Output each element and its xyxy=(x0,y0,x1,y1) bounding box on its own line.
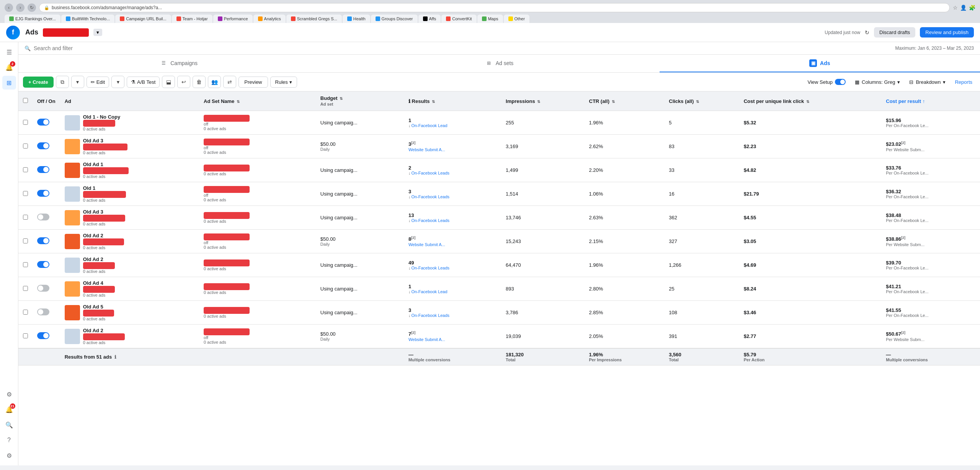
row-checkbox-3[interactable] xyxy=(23,167,28,172)
browser-tab-ejg[interactable]: EJG Rankings Over... xyxy=(5,15,60,23)
row-checkbox-10[interactable] xyxy=(23,333,28,338)
row-toggle-3[interactable] xyxy=(37,166,49,173)
row-toggle-5[interactable] xyxy=(37,214,49,220)
publish-button[interactable]: Review and publish xyxy=(920,27,974,38)
sidebar-icon-help[interactable]: ? xyxy=(2,433,16,447)
extensions-icon[interactable]: 🧩 xyxy=(969,5,975,11)
row-checkbox-2[interactable] xyxy=(23,144,28,149)
sidebar-icon-bell[interactable]: 🔔 2 xyxy=(2,60,16,74)
rules-button[interactable]: Rules ▾ xyxy=(270,77,297,88)
budget-sort-icon[interactable]: ⇅ xyxy=(340,96,343,101)
browser-tab-groups[interactable]: Groups Discover xyxy=(371,15,418,23)
clicks-sort-icon[interactable]: ⇅ xyxy=(696,100,699,104)
budget-value-3: Using campaig... xyxy=(320,167,399,173)
ab-test-button[interactable]: ⚗ A/B Test xyxy=(127,77,160,88)
view-setup-toggle[interactable] xyxy=(835,79,846,85)
columns-button[interactable]: ▦ Columns: Greg ▾ xyxy=(852,78,903,86)
tab-favicon-ejg xyxy=(9,16,14,21)
reload-button[interactable]: ↻ xyxy=(28,3,36,12)
select-all-checkbox[interactable] xyxy=(23,98,28,103)
forward-button[interactable]: › xyxy=(16,3,24,12)
copy-button[interactable]: ⧉ xyxy=(56,76,69,88)
ctr-value-3: 2.20% xyxy=(589,167,603,173)
budget-value-4: Using campaig... xyxy=(320,191,399,197)
sidebar-icon-gear[interactable]: ⚙ xyxy=(2,387,16,401)
adset-status-4: off xyxy=(204,193,311,197)
browser-tab-analytics[interactable]: Analytics xyxy=(253,15,286,23)
row-toggle-1[interactable] xyxy=(37,119,49,126)
discard-button[interactable]: Discard drafts xyxy=(874,27,915,38)
browser-tab-maps[interactable]: Maps xyxy=(477,15,503,23)
row-toggle-9[interactable] xyxy=(37,308,49,315)
ad-name-1: Old 1 - No Copy xyxy=(83,114,121,120)
active-ads-label-9: 0 active ads xyxy=(83,317,114,321)
breakdown-button[interactable]: ⊟ Breakdown ▾ xyxy=(906,78,949,86)
ads-selector-redacted[interactable] xyxy=(43,28,89,37)
browser-tab-affs[interactable]: Affs xyxy=(418,15,441,23)
adset-sort-icon[interactable]: ⇅ xyxy=(237,100,240,104)
row-toggle-8[interactable] xyxy=(37,285,49,292)
ads-dropdown-button[interactable]: ▾ xyxy=(93,29,102,36)
adset-redacted-8 xyxy=(204,283,250,290)
row-toggle-4[interactable] xyxy=(37,190,49,197)
search-input[interactable] xyxy=(34,45,892,51)
browser-tab-convertkit[interactable]: ConvertKit xyxy=(441,15,476,23)
copy-dropdown-button[interactable]: ▾ xyxy=(71,76,84,88)
edit-dropdown-button[interactable]: ▾ xyxy=(111,76,124,88)
budget-sub-2: Daily xyxy=(320,147,399,152)
delete-button[interactable]: 🗑 xyxy=(193,76,206,88)
browser-tab-performance[interactable]: Performance xyxy=(213,15,253,23)
reports-link[interactable]: Reports xyxy=(952,78,975,86)
clicks-value-1: 5 xyxy=(669,120,671,126)
ctr-sort-icon[interactable]: ⇅ xyxy=(612,100,615,104)
row-checkbox-1[interactable] xyxy=(23,120,28,125)
row-checkbox-7[interactable] xyxy=(23,262,28,267)
row-toggle-6[interactable] xyxy=(37,237,49,244)
row-checkbox-5[interactable] xyxy=(23,215,28,220)
back-button[interactable]: ‹ xyxy=(5,3,13,12)
url-bar[interactable]: 🔒 business.facebook.com/adsmanager/manag… xyxy=(39,3,950,12)
view-tab-campaigns[interactable]: ☰Campaigns xyxy=(18,55,339,72)
sidebar-icon-menu[interactable]: ☰ xyxy=(2,45,16,59)
undo-button[interactable]: ↩ xyxy=(177,76,190,88)
create-button[interactable]: + Create xyxy=(23,77,54,88)
row-toggle-10[interactable] xyxy=(37,332,49,339)
people-button[interactable]: 👥 xyxy=(208,76,221,88)
browser-tab-scrambled[interactable]: Scrambled Gregs S... xyxy=(286,15,342,23)
budget-value-2: $50.00 xyxy=(320,141,399,147)
row-checkbox-9[interactable] xyxy=(23,310,28,315)
sidebar-icon-settings[interactable]: ⚙ xyxy=(2,449,16,462)
edit-button[interactable]: ✏ Edit xyxy=(87,77,109,88)
browser-tab-health[interactable]: Health xyxy=(343,15,370,23)
preview-button[interactable]: Preview xyxy=(238,77,268,88)
ad-thumbnail-8 xyxy=(65,281,80,297)
row-toggle-2[interactable] xyxy=(37,142,49,149)
profile-icon[interactable]: 👤 xyxy=(960,5,967,11)
results-sort-icon[interactable]: ⇅ xyxy=(432,100,435,104)
refresh-button[interactable]: ↻ xyxy=(865,29,869,36)
footer-info-icon[interactable]: ℹ xyxy=(114,354,116,360)
row-toggle-7[interactable] xyxy=(37,261,49,268)
browser-tab-hotjar[interactable]: Team - Hotjar xyxy=(172,15,212,23)
cpulc-sort-icon[interactable]: ⇅ xyxy=(806,100,809,104)
archive-button[interactable]: ⬓ xyxy=(162,76,175,88)
impressions-value-4: 1,514 xyxy=(506,191,518,197)
browser-tab-builtwith[interactable]: BuiltWith Technolo... xyxy=(61,15,114,23)
adset-active-ads-5: 0 active ads xyxy=(204,219,311,224)
row-checkbox-6[interactable] xyxy=(23,238,28,243)
view-tab-adsets[interactable]: ⊞Ad sets xyxy=(339,55,659,72)
tab-favicon-maps xyxy=(482,16,487,21)
sidebar-icon-search[interactable]: 🔍 xyxy=(2,418,16,432)
view-tab-ads[interactable]: ▣Ads xyxy=(660,55,980,72)
row-checkbox-8[interactable] xyxy=(23,286,28,291)
sidebar-icon-notifications[interactable]: 🔔 21 xyxy=(2,403,16,416)
sidebar-icon-grid[interactable]: ⊞ xyxy=(2,76,16,90)
browser-tab-campaign[interactable]: Campaign URL Buil... xyxy=(115,15,171,23)
cpulc-value-8: $8.24 xyxy=(744,286,756,292)
bookmark-icon[interactable]: ☆ xyxy=(953,5,958,11)
view-setup-button[interactable]: View Setup xyxy=(804,77,849,86)
browser-tab-other[interactable]: Other xyxy=(504,15,530,23)
row-checkbox-4[interactable] xyxy=(23,191,28,196)
impressions-sort-icon[interactable]: ⇅ xyxy=(537,100,540,104)
swap-button[interactable]: ⇄ xyxy=(223,76,236,88)
